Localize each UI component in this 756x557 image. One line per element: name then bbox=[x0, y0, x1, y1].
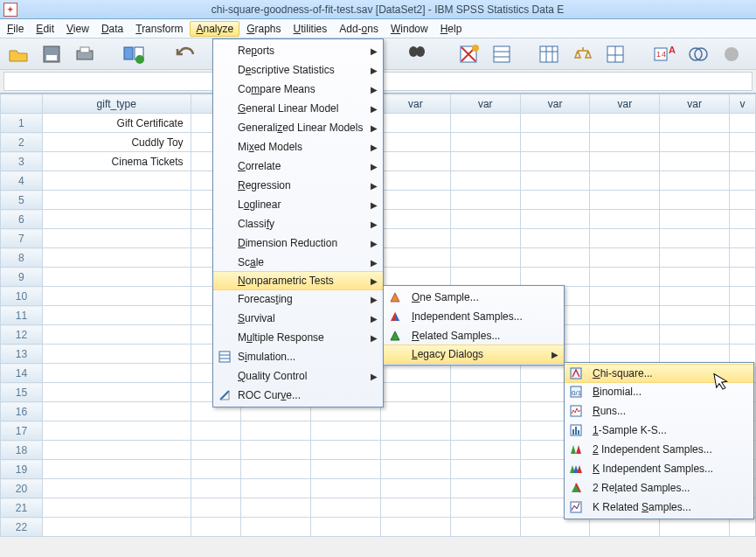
analyze-item-forecasting[interactable]: Forecasting▶ bbox=[213, 289, 383, 309]
cell-gift-type[interactable]: Cuddly Toy bbox=[42, 133, 191, 152]
cell[interactable] bbox=[450, 518, 520, 537]
cell[interactable] bbox=[191, 479, 241, 498]
row-number[interactable]: 3 bbox=[1, 152, 43, 171]
cell[interactable] bbox=[381, 248, 451, 268]
analyze-item-compare-means[interactable]: Compare Means▶ bbox=[213, 80, 383, 99]
cell[interactable] bbox=[450, 171, 520, 191]
cell[interactable] bbox=[450, 460, 520, 479]
cell[interactable] bbox=[520, 229, 590, 248]
legacy-item-runs[interactable]: Runs... bbox=[565, 401, 753, 421]
analyze-item-multiple-response[interactable]: Multiple Response▶ bbox=[213, 328, 383, 347]
cell[interactable] bbox=[450, 133, 520, 152]
value-labels-button[interactable] bbox=[603, 42, 629, 66]
cell[interactable] bbox=[191, 518, 241, 537]
row-number[interactable]: 7 bbox=[1, 229, 43, 248]
cell[interactable] bbox=[730, 518, 756, 537]
cell-gift-type[interactable]: Gift Certificate bbox=[42, 114, 191, 133]
cell-gift-type[interactable] bbox=[42, 421, 191, 441]
nonparam-item-legacy-dialogs[interactable]: Legacy Dialogs▶ bbox=[384, 345, 564, 364]
cell[interactable] bbox=[590, 345, 660, 364]
cell[interactable] bbox=[660, 306, 730, 325]
cell-gift-type[interactable] bbox=[42, 287, 191, 306]
cell-gift-type[interactable] bbox=[42, 171, 191, 191]
nonparam-item-one-sample[interactable]: One Sample... bbox=[384, 288, 564, 307]
cell[interactable] bbox=[730, 268, 756, 287]
analyze-item-correlate[interactable]: Correlate▶ bbox=[213, 157, 383, 176]
row-number[interactable]: 12 bbox=[1, 325, 43, 345]
cell[interactable] bbox=[520, 152, 590, 171]
cell[interactable] bbox=[520, 518, 590, 537]
cell[interactable] bbox=[660, 191, 730, 210]
cell-gift-type[interactable] bbox=[42, 402, 191, 421]
menu-edit[interactable]: Edit bbox=[36, 23, 54, 35]
legacy-item-1-sample-k-s[interactable]: 1-Sample K-S... bbox=[565, 421, 753, 440]
cell[interactable] bbox=[381, 268, 451, 287]
analyze-item-nonparametric-tests[interactable]: Nonparametric Tests▶ bbox=[213, 271, 383, 290]
cell[interactable] bbox=[590, 133, 660, 152]
cell[interactable] bbox=[381, 441, 451, 460]
cell[interactable] bbox=[730, 345, 756, 364]
cell[interactable] bbox=[381, 402, 451, 421]
menu-view[interactable]: View bbox=[66, 23, 89, 35]
cell[interactable] bbox=[730, 325, 756, 345]
cell[interactable] bbox=[730, 152, 756, 171]
analyze-item-roc-curve[interactable]: ROC Curve... bbox=[213, 386, 383, 405]
col-header-gift-type[interactable]: gift_type bbox=[42, 94, 191, 114]
cell[interactable] bbox=[381, 518, 451, 537]
cell[interactable] bbox=[660, 345, 730, 364]
cell[interactable] bbox=[660, 518, 730, 537]
open-button[interactable] bbox=[5, 42, 31, 66]
more-button[interactable] bbox=[718, 42, 745, 66]
legacy-item-binomial[interactable]: 0/1Binomial... bbox=[565, 382, 753, 401]
legacy-item-k-independent-samples[interactable]: K Independent Samples... bbox=[565, 459, 753, 478]
cell[interactable] bbox=[450, 229, 520, 248]
cell[interactable] bbox=[381, 383, 451, 402]
row-number[interactable]: 2 bbox=[1, 133, 43, 152]
row-number[interactable]: 9 bbox=[1, 268, 43, 287]
cell-gift-type[interactable] bbox=[42, 479, 191, 498]
cell[interactable] bbox=[450, 152, 520, 171]
row-number[interactable]: 14 bbox=[1, 364, 43, 383]
cell[interactable] bbox=[660, 152, 730, 171]
cell[interactable] bbox=[520, 268, 590, 287]
cell[interactable] bbox=[730, 248, 756, 268]
cell[interactable] bbox=[590, 171, 660, 191]
col-header-var-5[interactable]: var bbox=[520, 94, 590, 114]
cell[interactable] bbox=[520, 133, 590, 152]
cell[interactable] bbox=[311, 421, 381, 441]
row-number[interactable]: 6 bbox=[1, 210, 43, 229]
cell[interactable] bbox=[381, 498, 451, 518]
analyze-item-simulation[interactable]: Simulation... bbox=[213, 347, 383, 366]
row-number[interactable]: 4 bbox=[1, 171, 43, 191]
cell[interactable] bbox=[660, 287, 730, 306]
col-header-var-8[interactable]: v bbox=[730, 94, 756, 114]
cell[interactable] bbox=[381, 152, 451, 171]
cell[interactable] bbox=[660, 114, 730, 133]
row-number[interactable]: 22 bbox=[1, 518, 43, 537]
cell[interactable] bbox=[311, 518, 381, 537]
cell[interactable] bbox=[381, 229, 451, 248]
cell[interactable] bbox=[241, 518, 311, 537]
legacy-item-2-independent-samples[interactable]: 2 Independent Samples... bbox=[565, 440, 753, 459]
cell[interactable] bbox=[590, 191, 660, 210]
row-number[interactable]: 16 bbox=[1, 402, 43, 421]
row-number[interactable]: 8 bbox=[1, 248, 43, 268]
analyze-item-loglinear[interactable]: Loglinear▶ bbox=[213, 195, 383, 214]
save-button[interactable] bbox=[38, 42, 65, 66]
row-number[interactable]: 18 bbox=[1, 441, 43, 460]
cell-gift-type[interactable] bbox=[42, 518, 191, 537]
cell[interactable] bbox=[191, 421, 241, 441]
cell[interactable] bbox=[450, 248, 520, 268]
row-number[interactable]: 10 bbox=[1, 287, 43, 306]
cell[interactable] bbox=[590, 306, 660, 325]
analyze-item-dimension-reduction[interactable]: Dimension Reduction▶ bbox=[213, 233, 383, 253]
cell[interactable] bbox=[381, 114, 451, 133]
row-number[interactable]: 15 bbox=[1, 383, 43, 402]
cell[interactable] bbox=[381, 364, 451, 383]
menu-window[interactable]: Window bbox=[391, 23, 428, 35]
cell[interactable] bbox=[450, 364, 520, 383]
cell[interactable] bbox=[191, 441, 241, 460]
col-header-var-3[interactable]: var bbox=[381, 94, 451, 114]
analyze-item-regression[interactable]: Regression▶ bbox=[213, 176, 383, 195]
row-number[interactable]: 21 bbox=[1, 498, 43, 518]
